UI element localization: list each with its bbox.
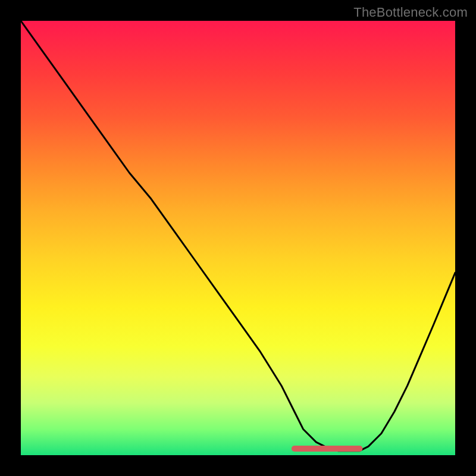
chart-frame: TheBottleneck.com xyxy=(0,0,476,476)
bottleneck-curve xyxy=(21,21,455,451)
chart-svg xyxy=(21,21,455,455)
plot-area xyxy=(21,21,455,455)
red-end-dot xyxy=(357,446,362,452)
watermark-text: TheBottleneck.com xyxy=(353,5,468,20)
